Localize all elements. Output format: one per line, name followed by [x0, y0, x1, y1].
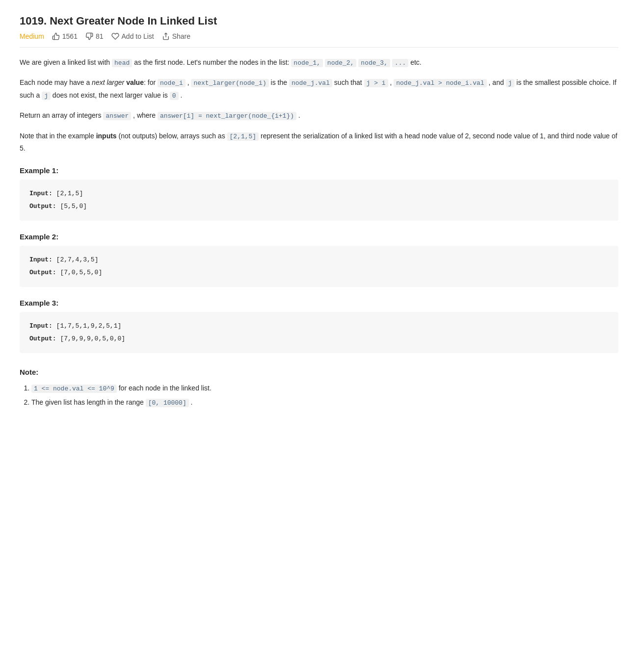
example-output-2: Output: [7,0,5,5,0] [29, 266, 609, 279]
example-title-3: Example 3: [20, 299, 618, 307]
example-input-3: Input: [1,7,5,1,9,2,5,1] [29, 320, 609, 333]
thumbs-down-icon [85, 32, 93, 40]
code-example-array: [2,1,5] [227, 132, 259, 141]
share-button[interactable]: Share [162, 32, 190, 40]
code-answer-formula: answer[i] = next_larger(node_{i+1}) [158, 112, 296, 120]
code-j: j [506, 79, 515, 87]
upvote-count: 1561 [62, 32, 78, 40]
example-input-2: Input: [2,7,4,3,5] [29, 254, 609, 266]
code-node-j-gt-node-i: node_j.val > node_i.val [394, 79, 486, 87]
note-item-2: The given list has length in the range [… [31, 395, 618, 410]
meta-row: Medium 1561 81 Add to List Share [20, 32, 618, 48]
code-node3: node_3, [358, 59, 390, 67]
code-node-j-val: node_j.val [289, 79, 332, 87]
description-para1: We are given a linked list with head as … [20, 56, 618, 69]
em-next-larger: next larger [92, 78, 124, 86]
problem-description: We are given a linked list with head as … [20, 56, 618, 155]
note-code: 1 <= node.val <= 10^9 [31, 385, 117, 393]
difficulty-badge: Medium [20, 32, 44, 40]
code-node2: node_2, [325, 59, 357, 67]
code-answer: answer [103, 112, 131, 120]
upvote-button[interactable]: 1561 [52, 32, 78, 40]
example-title-1: Example 1: [20, 166, 618, 175]
heart-icon [111, 32, 119, 40]
share-icon [162, 32, 170, 40]
note-code: [0, 10000] [146, 399, 189, 407]
example-output-1: Output: [5,5,0] [29, 200, 609, 213]
code-j2: j [42, 92, 51, 100]
code-next-larger-func: next_larger(node_i) [191, 79, 268, 87]
code-zero: 0 [170, 92, 179, 100]
note-item-1: 1 <= node.val <= 10^9 for each node in t… [31, 381, 618, 395]
example-title-2: Example 2: [20, 233, 618, 241]
strong-value: value [126, 78, 144, 86]
example-block-2: Input: [2,7,4,3,5]Output: [7,0,5,5,0] [20, 246, 618, 287]
note-list: 1 <= node.val <= 10^9 for each node in t… [20, 381, 618, 410]
problem-title: 1019. Next Greater Node In Linked List [20, 15, 618, 27]
strong-inputs: inputs [96, 132, 117, 140]
code-head: head [112, 59, 132, 67]
downvote-count: 81 [96, 32, 104, 40]
examples-container: Example 1:Input: [2,1,5]Output: [5,5,0]E… [20, 166, 618, 353]
add-to-list-button[interactable]: Add to List [111, 32, 154, 40]
note-section: Note: 1 <= node.val <= 10^9 for each nod… [20, 368, 618, 410]
example-output-3: Output: [7,9,9,9,0,5,0,0] [29, 333, 609, 345]
note-title: Note: [20, 368, 618, 376]
code-node1: node_1, [291, 59, 323, 67]
example-block-1: Input: [2,1,5]Output: [5,5,0] [20, 180, 618, 221]
share-label: Share [172, 32, 190, 40]
description-para3: Return an array of integers answer , whe… [20, 109, 618, 122]
code-node-i: node_i [158, 79, 186, 87]
description-para2: Each node may have a next larger value: … [20, 77, 618, 102]
code-j-gt-i: j > i [364, 79, 388, 87]
example-input-1: Input: [2,1,5] [29, 187, 609, 200]
description-para4: Note that in the example inputs (not out… [20, 130, 618, 155]
example-block-3: Input: [1,7,5,1,9,2,5,1]Output: [7,9,9,9… [20, 312, 618, 353]
thumbs-up-icon [52, 32, 60, 40]
downvote-button[interactable]: 81 [85, 32, 104, 40]
add-to-list-label: Add to List [122, 32, 154, 40]
code-etc: ... [392, 59, 408, 67]
